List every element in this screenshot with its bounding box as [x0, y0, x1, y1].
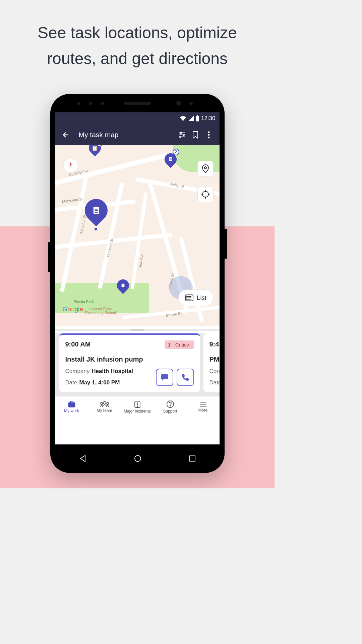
svg-point-8: [208, 131, 209, 133]
svg-point-34: [101, 402, 103, 405]
svg-point-33: [103, 401, 106, 404]
map-view[interactable]: Rutledge St Montcalm St Alabama St Harri…: [55, 145, 220, 326]
android-nav-bar: [55, 450, 220, 467]
compass-icon: [68, 162, 74, 169]
tab-major-incidents[interactable]: Major incidents: [121, 396, 154, 418]
signal-icon: [188, 116, 194, 121]
task-time: 9:4: [209, 340, 220, 348]
park-label: Precita Park: [74, 300, 94, 304]
svg-rect-1: [197, 115, 198, 116]
priority-badge: 1 - Critical: [165, 340, 194, 349]
status-bar: 12:30: [55, 112, 220, 124]
task-card-list[interactable]: 9:00 AM 1 - Critical Install JK infusion…: [55, 333, 220, 396]
svg-point-31: [187, 299, 187, 300]
status-time: 12:30: [201, 115, 216, 122]
help-icon: [167, 400, 174, 408]
google-logo: Google: [63, 306, 83, 313]
app-header: My task map: [55, 124, 220, 145]
pin-badge: 2: [173, 149, 179, 155]
drag-handle[interactable]: [131, 329, 144, 331]
battery-icon: [196, 115, 199, 121]
svg-point-10: [208, 137, 209, 139]
bottom-tab-bar: My work My team Major incidents Support …: [55, 396, 220, 418]
tab-my-team[interactable]: My team: [88, 396, 121, 418]
svg-rect-18: [121, 284, 124, 287]
call-button[interactable]: [177, 369, 194, 386]
more-vertical-icon: [208, 131, 210, 139]
svg-point-44: [135, 455, 141, 462]
bookmark-button[interactable]: [189, 128, 202, 142]
svg-point-38: [137, 406, 138, 407]
svg-point-3: [180, 132, 182, 133]
svg-point-9: [208, 134, 209, 136]
list-label: List: [197, 294, 206, 302]
svg-point-5: [183, 134, 184, 136]
tab-my-work[interactable]: My work: [55, 396, 88, 418]
more-button[interactable]: [202, 128, 216, 142]
list-toggle-button[interactable]: List: [178, 289, 213, 306]
recenter-button[interactable]: [197, 186, 214, 202]
wifi-icon: [180, 116, 186, 121]
svg-rect-11: [169, 157, 172, 161]
task-card[interactable]: 9:4 PM Con Date: [203, 333, 220, 392]
task-title: Install JK infusion pump: [65, 356, 194, 363]
svg-rect-32: [68, 402, 75, 407]
page-title: My task map: [79, 131, 175, 139]
location-pin-button[interactable]: [197, 161, 214, 177]
svg-point-20: [202, 191, 208, 197]
briefcase-icon: [68, 401, 76, 408]
team-icon: [100, 401, 109, 407]
task-title: PM: [209, 356, 220, 363]
phone-icon: [182, 374, 189, 381]
svg-point-30: [187, 298, 187, 298]
message-button[interactable]: [156, 369, 173, 386]
phone-frame: 12:30 My task map: [50, 94, 225, 473]
map-pin[interactable]: 📋: [86, 145, 103, 156]
bookmark-icon: [192, 131, 199, 139]
svg-rect-45: [190, 456, 195, 461]
chat-icon: [161, 374, 169, 381]
school-label: Leonard Flynn Elementary School: [80, 307, 121, 315]
arrow-left-icon: [62, 131, 70, 139]
svg-point-40: [170, 406, 171, 406]
list-icon: [185, 294, 193, 301]
task-card[interactable]: 9:00 AM 1 - Critical Install JK infusion…: [59, 333, 200, 392]
android-back[interactable]: [79, 455, 86, 462]
back-button[interactable]: [59, 128, 73, 142]
svg-point-7: [180, 136, 181, 138]
tab-support[interactable]: Support: [154, 396, 187, 418]
menu-icon: [199, 401, 207, 407]
svg-point-19: [204, 167, 206, 169]
pin-icon: [202, 164, 209, 173]
tab-more[interactable]: More: [187, 396, 220, 418]
alert-icon: [134, 400, 141, 408]
svg-rect-0: [196, 116, 199, 121]
crosshair-icon: [201, 190, 210, 199]
android-recents[interactable]: [189, 455, 196, 462]
marketing-headline: See task locations, optimize routes, and…: [0, 0, 275, 82]
android-home[interactable]: [134, 455, 141, 462]
svg-point-29: [187, 297, 187, 297]
sliders-icon: [178, 131, 186, 139]
filter-button[interactable]: [175, 128, 189, 142]
svg-point-35: [107, 402, 109, 405]
street-label: Alabama St: [79, 215, 87, 234]
compass-button[interactable]: [63, 158, 78, 173]
